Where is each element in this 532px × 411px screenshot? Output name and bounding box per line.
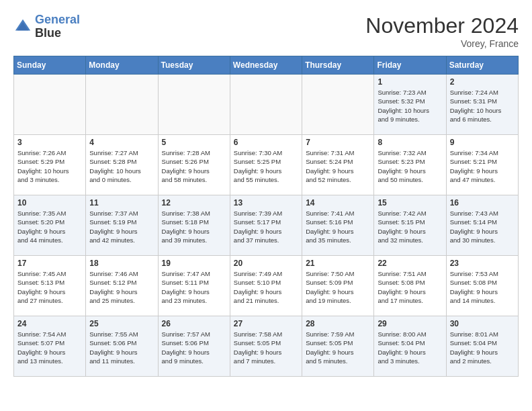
calendar-day-22: 22Sunrise: 7:51 AM Sunset: 5:08 PM Dayli… (374, 256, 446, 316)
day-number: 20 (234, 259, 298, 268)
calendar-day-20: 20Sunrise: 7:49 AM Sunset: 5:10 PM Dayli… (230, 256, 302, 316)
day-number: 3 (17, 138, 82, 147)
day-number: 15 (378, 198, 442, 208)
calendar-day-21: 21Sunrise: 7:50 AM Sunset: 5:09 PM Dayli… (302, 256, 374, 316)
calendar-day-16: 16Sunrise: 7:43 AM Sunset: 5:14 PM Dayli… (446, 195, 518, 256)
weekday-header-tuesday: Tuesday (158, 56, 230, 75)
day-number: 1 (378, 77, 442, 87)
calendar-day-12: 12Sunrise: 7:38 AM Sunset: 5:18 PM Dayli… (158, 195, 230, 256)
calendar-body: 1Sunrise: 7:23 AM Sunset: 5:32 PM Daylig… (14, 75, 519, 377)
calendar-day-28: 28Sunrise: 7:59 AM Sunset: 5:05 PM Dayli… (302, 316, 374, 377)
day-info: Sunrise: 7:27 AM Sunset: 5:28 PM Dayligh… (89, 148, 154, 184)
day-number: 30 (450, 319, 515, 328)
calendar-day-14: 14Sunrise: 7:41 AM Sunset: 5:16 PM Dayli… (302, 195, 374, 256)
day-info: Sunrise: 7:42 AM Sunset: 5:15 PM Dayligh… (378, 209, 442, 244)
day-info: Sunrise: 7:47 AM Sunset: 5:11 PM Dayligh… (162, 269, 226, 305)
day-number: 18 (89, 259, 154, 268)
day-info: Sunrise: 7:34 AM Sunset: 5:21 PM Dayligh… (450, 148, 515, 184)
day-number: 13 (234, 198, 298, 208)
weekday-header-friday: Friday (374, 56, 446, 75)
calendar-day-17: 17Sunrise: 7:45 AM Sunset: 5:13 PM Dayli… (14, 256, 86, 316)
logo-text: General Blue (35, 13, 80, 40)
day-info: Sunrise: 7:35 AM Sunset: 5:20 PM Dayligh… (17, 209, 82, 244)
day-number: 6 (234, 138, 298, 147)
day-number: 9 (450, 138, 515, 147)
calendar-table: SundayMondayTuesdayWednesdayThursdayFrid… (13, 56, 519, 377)
day-info: Sunrise: 7:30 AM Sunset: 5:25 PM Dayligh… (234, 148, 298, 184)
calendar-week-5: 24Sunrise: 7:54 AM Sunset: 5:07 PM Dayli… (14, 316, 519, 377)
day-info: Sunrise: 7:32 AM Sunset: 5:23 PM Dayligh… (378, 148, 442, 184)
day-info: Sunrise: 7:54 AM Sunset: 5:07 PM Dayligh… (17, 330, 82, 365)
weekday-header-wednesday: Wednesday (230, 56, 302, 75)
logo-icon (13, 17, 32, 36)
calendar-day-2: 2Sunrise: 7:24 AM Sunset: 5:31 PM Daylig… (446, 75, 518, 135)
weekday-row: SundayMondayTuesdayWednesdayThursdayFrid… (14, 56, 519, 75)
day-number: 14 (306, 198, 370, 208)
day-info: Sunrise: 7:28 AM Sunset: 5:26 PM Dayligh… (162, 148, 226, 184)
day-info: Sunrise: 7:38 AM Sunset: 5:18 PM Dayligh… (162, 209, 226, 244)
day-number: 23 (450, 259, 515, 268)
calendar-day-1: 1Sunrise: 7:23 AM Sunset: 5:32 PM Daylig… (374, 75, 446, 135)
day-info: Sunrise: 7:31 AM Sunset: 5:24 PM Dayligh… (306, 148, 370, 184)
weekday-header-sunday: Sunday (14, 56, 86, 75)
day-info: Sunrise: 7:43 AM Sunset: 5:14 PM Dayligh… (450, 209, 515, 244)
calendar-day-7: 7Sunrise: 7:31 AM Sunset: 5:24 PM Daylig… (302, 135, 374, 195)
day-info: Sunrise: 7:51 AM Sunset: 5:08 PM Dayligh… (378, 269, 442, 305)
day-number: 8 (378, 138, 442, 147)
day-number: 7 (306, 138, 370, 147)
day-number: 12 (162, 198, 226, 208)
day-number: 5 (162, 138, 226, 147)
day-info: Sunrise: 7:41 AM Sunset: 5:16 PM Dayligh… (306, 209, 370, 244)
calendar-day-10: 10Sunrise: 7:35 AM Sunset: 5:20 PM Dayli… (14, 195, 86, 256)
calendar-day-30: 30Sunrise: 8:01 AM Sunset: 5:04 PM Dayli… (446, 316, 518, 377)
calendar-week-2: 3Sunrise: 7:26 AM Sunset: 5:29 PM Daylig… (14, 135, 519, 195)
calendar-empty (302, 75, 374, 135)
day-number: 16 (450, 198, 515, 208)
day-info: Sunrise: 7:50 AM Sunset: 5:09 PM Dayligh… (306, 269, 370, 305)
calendar-day-15: 15Sunrise: 7:42 AM Sunset: 5:15 PM Dayli… (374, 195, 446, 256)
day-number: 21 (306, 259, 370, 268)
calendar-day-9: 9Sunrise: 7:34 AM Sunset: 5:21 PM Daylig… (446, 135, 518, 195)
calendar-week-1: 1Sunrise: 7:23 AM Sunset: 5:32 PM Daylig… (14, 75, 519, 135)
day-info: Sunrise: 7:45 AM Sunset: 5:13 PM Dayligh… (17, 269, 82, 305)
calendar-day-5: 5Sunrise: 7:28 AM Sunset: 5:26 PM Daylig… (158, 135, 230, 195)
day-info: Sunrise: 7:39 AM Sunset: 5:17 PM Dayligh… (234, 209, 298, 244)
day-number: 28 (306, 319, 370, 328)
weekday-header-thursday: Thursday (302, 56, 374, 75)
calendar-day-26: 26Sunrise: 7:57 AM Sunset: 5:06 PM Dayli… (158, 316, 230, 377)
calendar-day-27: 27Sunrise: 7:58 AM Sunset: 5:05 PM Dayli… (230, 316, 302, 377)
day-number: 2 (450, 77, 515, 87)
day-number: 4 (89, 138, 154, 147)
day-info: Sunrise: 8:00 AM Sunset: 5:04 PM Dayligh… (378, 330, 442, 365)
day-number: 11 (89, 198, 154, 208)
weekday-header-monday: Monday (86, 56, 158, 75)
calendar-week-3: 10Sunrise: 7:35 AM Sunset: 5:20 PM Dayli… (14, 195, 519, 256)
calendar-day-19: 19Sunrise: 7:47 AM Sunset: 5:11 PM Dayli… (158, 256, 230, 316)
day-info: Sunrise: 7:37 AM Sunset: 5:19 PM Dayligh… (89, 209, 154, 244)
calendar-day-8: 8Sunrise: 7:32 AM Sunset: 5:23 PM Daylig… (374, 135, 446, 195)
day-info: Sunrise: 7:53 AM Sunset: 5:08 PM Dayligh… (450, 269, 515, 305)
logo: General Blue (13, 13, 80, 40)
calendar-day-3: 3Sunrise: 7:26 AM Sunset: 5:29 PM Daylig… (14, 135, 86, 195)
calendar-empty (158, 75, 230, 135)
weekday-header-saturday: Saturday (446, 56, 518, 75)
calendar-header: SundayMondayTuesdayWednesdayThursdayFrid… (14, 56, 519, 75)
day-number: 24 (17, 319, 82, 328)
day-info: Sunrise: 8:01 AM Sunset: 5:04 PM Dayligh… (450, 330, 515, 365)
day-info: Sunrise: 7:58 AM Sunset: 5:05 PM Dayligh… (234, 330, 298, 365)
calendar-day-23: 23Sunrise: 7:53 AM Sunset: 5:08 PM Dayli… (446, 256, 518, 316)
day-number: 17 (17, 259, 82, 268)
day-info: Sunrise: 7:26 AM Sunset: 5:29 PM Dayligh… (17, 148, 82, 184)
day-number: 29 (378, 319, 442, 328)
page-header: General Blue November 2024 Vorey, France (13, 13, 519, 49)
calendar-week-4: 17Sunrise: 7:45 AM Sunset: 5:13 PM Dayli… (14, 256, 519, 316)
day-info: Sunrise: 7:24 AM Sunset: 5:31 PM Dayligh… (450, 88, 515, 124)
calendar-day-6: 6Sunrise: 7:30 AM Sunset: 5:25 PM Daylig… (230, 135, 302, 195)
day-number: 19 (162, 259, 226, 268)
day-info: Sunrise: 7:46 AM Sunset: 5:12 PM Dayligh… (89, 269, 154, 305)
calendar-day-29: 29Sunrise: 8:00 AM Sunset: 5:04 PM Dayli… (374, 316, 446, 377)
day-number: 25 (89, 319, 154, 328)
calendar-day-25: 25Sunrise: 7:55 AM Sunset: 5:06 PM Dayli… (86, 316, 158, 377)
day-info: Sunrise: 7:49 AM Sunset: 5:10 PM Dayligh… (234, 269, 298, 305)
day-info: Sunrise: 7:59 AM Sunset: 5:05 PM Dayligh… (306, 330, 370, 365)
